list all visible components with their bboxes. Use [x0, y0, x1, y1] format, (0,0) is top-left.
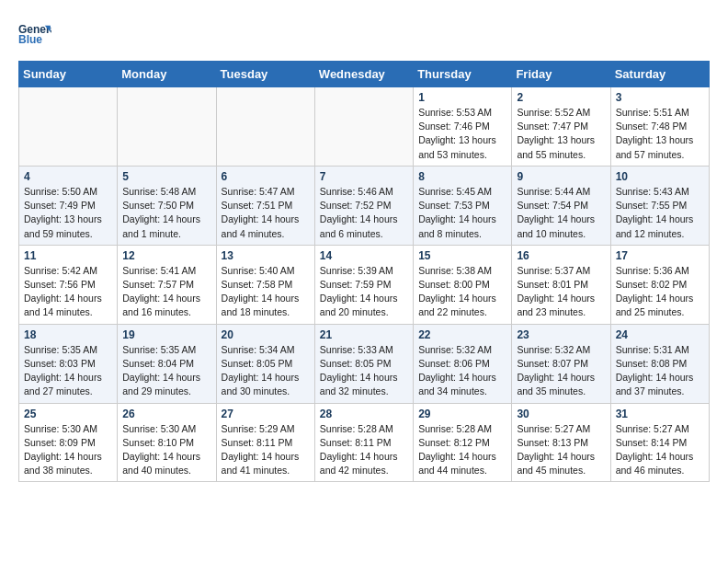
calendar-cell: 23Sunrise: 5:32 AM Sunset: 8:07 PM Dayli… — [512, 324, 610, 403]
calendar-cell: 30Sunrise: 5:27 AM Sunset: 8:13 PM Dayli… — [512, 403, 610, 482]
calendar-week-row: 1Sunrise: 5:53 AM Sunset: 7:46 PM Daylig… — [19, 87, 710, 167]
day-info: Sunrise: 5:35 AM Sunset: 8:03 PM Dayligh… — [24, 343, 112, 399]
calendar-cell: 26Sunrise: 5:30 AM Sunset: 8:10 PM Dayli… — [118, 403, 216, 482]
day-number: 20 — [222, 328, 310, 341]
day-info: Sunrise: 5:38 AM Sunset: 8:00 PM Dayligh… — [418, 264, 506, 320]
day-info: Sunrise: 5:37 AM Sunset: 8:01 PM Dayligh… — [517, 264, 605, 320]
day-info: Sunrise: 5:28 AM Sunset: 8:11 PM Dayligh… — [320, 422, 408, 478]
calendar-cell: 11Sunrise: 5:42 AM Sunset: 7:56 PM Dayli… — [19, 245, 118, 324]
calendar-week-row: 4Sunrise: 5:50 AM Sunset: 7:49 PM Daylig… — [19, 166, 710, 245]
logo: General Blue — [18, 18, 51, 52]
day-number: 7 — [320, 170, 408, 183]
calendar-cell: 9Sunrise: 5:44 AM Sunset: 7:54 PM Daylig… — [512, 166, 610, 245]
day-info: Sunrise: 5:31 AM Sunset: 8:08 PM Dayligh… — [616, 343, 704, 399]
day-info: Sunrise: 5:32 AM Sunset: 8:07 PM Dayligh… — [517, 343, 605, 399]
day-info: Sunrise: 5:44 AM Sunset: 7:54 PM Dayligh… — [517, 185, 605, 241]
day-number: 1 — [418, 91, 506, 104]
day-info: Sunrise: 5:50 AM Sunset: 7:49 PM Dayligh… — [24, 185, 112, 241]
day-info: Sunrise: 5:45 AM Sunset: 7:53 PM Dayligh… — [418, 185, 506, 241]
day-number: 11 — [24, 249, 112, 262]
svg-text:Blue: Blue — [18, 33, 42, 46]
day-info: Sunrise: 5:51 AM Sunset: 7:48 PM Dayligh… — [616, 106, 704, 162]
day-number: 14 — [320, 249, 408, 262]
calendar-week-row: 11Sunrise: 5:42 AM Sunset: 7:56 PM Dayli… — [19, 245, 710, 324]
day-number: 15 — [418, 249, 506, 262]
calendar-header-row: SundayMondayTuesdayWednesdayThursdayFrid… — [19, 62, 710, 87]
day-number: 8 — [418, 170, 506, 183]
day-number: 12 — [122, 249, 210, 262]
day-number: 30 — [517, 408, 605, 420]
calendar-cell — [118, 87, 216, 167]
day-number: 26 — [122, 408, 210, 420]
weekday-header: Monday — [118, 62, 216, 87]
day-info: Sunrise: 5:36 AM Sunset: 8:02 PM Dayligh… — [616, 264, 704, 320]
day-number: 3 — [616, 91, 704, 104]
weekday-header: Friday — [512, 62, 610, 87]
calendar-cell: 19Sunrise: 5:35 AM Sunset: 8:04 PM Dayli… — [118, 324, 216, 403]
day-info: Sunrise: 5:47 AM Sunset: 7:51 PM Dayligh… — [222, 185, 310, 241]
day-info: Sunrise: 5:41 AM Sunset: 7:57 PM Dayligh… — [122, 264, 210, 320]
calendar-cell: 20Sunrise: 5:34 AM Sunset: 8:05 PM Dayli… — [216, 324, 314, 403]
day-number: 6 — [222, 170, 310, 183]
day-info: Sunrise: 5:32 AM Sunset: 8:06 PM Dayligh… — [418, 343, 506, 399]
day-info: Sunrise: 5:42 AM Sunset: 7:56 PM Dayligh… — [24, 264, 112, 320]
calendar-cell: 22Sunrise: 5:32 AM Sunset: 8:06 PM Dayli… — [414, 324, 512, 403]
day-info: Sunrise: 5:53 AM Sunset: 7:46 PM Dayligh… — [418, 106, 506, 162]
calendar-table: SundayMondayTuesdayWednesdayThursdayFrid… — [18, 61, 710, 482]
calendar-cell: 10Sunrise: 5:43 AM Sunset: 7:55 PM Dayli… — [610, 166, 709, 245]
day-number: 10 — [616, 170, 704, 183]
weekday-header: Wednesday — [314, 62, 413, 87]
calendar-cell: 29Sunrise: 5:28 AM Sunset: 8:12 PM Dayli… — [414, 403, 512, 482]
calendar-cell: 24Sunrise: 5:31 AM Sunset: 8:08 PM Dayli… — [610, 324, 709, 403]
day-number: 17 — [616, 249, 704, 262]
calendar-cell: 31Sunrise: 5:27 AM Sunset: 8:14 PM Dayli… — [610, 403, 709, 482]
weekday-header: Thursday — [414, 62, 512, 87]
calendar-cell: 18Sunrise: 5:35 AM Sunset: 8:03 PM Dayli… — [19, 324, 118, 403]
day-number: 2 — [517, 91, 605, 104]
day-number: 19 — [122, 328, 210, 341]
day-info: Sunrise: 5:39 AM Sunset: 7:59 PM Dayligh… — [320, 264, 408, 320]
day-number: 22 — [418, 328, 506, 341]
day-number: 13 — [222, 249, 310, 262]
day-number: 9 — [517, 170, 605, 183]
calendar-cell: 5Sunrise: 5:48 AM Sunset: 7:50 PM Daylig… — [118, 166, 216, 245]
calendar-cell: 17Sunrise: 5:36 AM Sunset: 8:02 PM Dayli… — [610, 245, 709, 324]
calendar-week-row: 18Sunrise: 5:35 AM Sunset: 8:03 PM Dayli… — [19, 324, 710, 403]
day-number: 4 — [24, 170, 112, 183]
day-number: 27 — [222, 408, 310, 420]
day-number: 18 — [24, 328, 112, 341]
calendar-cell: 7Sunrise: 5:46 AM Sunset: 7:52 PM Daylig… — [314, 166, 413, 245]
weekday-header: Tuesday — [216, 62, 314, 87]
calendar-cell: 2Sunrise: 5:52 AM Sunset: 7:47 PM Daylig… — [512, 87, 610, 167]
calendar-week-row: 25Sunrise: 5:30 AM Sunset: 8:09 PM Dayli… — [19, 403, 710, 482]
day-info: Sunrise: 5:30 AM Sunset: 8:09 PM Dayligh… — [24, 422, 112, 478]
calendar-cell: 3Sunrise: 5:51 AM Sunset: 7:48 PM Daylig… — [610, 87, 709, 167]
day-number: 25 — [24, 408, 112, 420]
calendar-cell: 1Sunrise: 5:53 AM Sunset: 7:46 PM Daylig… — [414, 87, 512, 167]
day-number: 28 — [320, 408, 408, 420]
page-header: General Blue — [18, 18, 710, 52]
calendar-cell: 8Sunrise: 5:45 AM Sunset: 7:53 PM Daylig… — [414, 166, 512, 245]
calendar-cell — [216, 87, 314, 167]
weekday-header: Saturday — [610, 62, 709, 87]
day-number: 29 — [418, 408, 506, 420]
day-info: Sunrise: 5:46 AM Sunset: 7:52 PM Dayligh… — [320, 185, 408, 241]
logo-icon: General Blue — [18, 18, 51, 52]
day-info: Sunrise: 5:35 AM Sunset: 8:04 PM Dayligh… — [122, 343, 210, 399]
day-info: Sunrise: 5:30 AM Sunset: 8:10 PM Dayligh… — [122, 422, 210, 478]
day-number: 24 — [616, 328, 704, 341]
day-info: Sunrise: 5:27 AM Sunset: 8:14 PM Dayligh… — [616, 422, 704, 478]
day-info: Sunrise: 5:52 AM Sunset: 7:47 PM Dayligh… — [517, 106, 605, 162]
day-info: Sunrise: 5:43 AM Sunset: 7:55 PM Dayligh… — [616, 185, 704, 241]
calendar-cell — [19, 87, 118, 167]
day-info: Sunrise: 5:40 AM Sunset: 7:58 PM Dayligh… — [222, 264, 310, 320]
calendar-cell: 28Sunrise: 5:28 AM Sunset: 8:11 PM Dayli… — [314, 403, 413, 482]
calendar-cell — [314, 87, 413, 167]
day-number: 21 — [320, 328, 408, 341]
calendar-cell: 6Sunrise: 5:47 AM Sunset: 7:51 PM Daylig… — [216, 166, 314, 245]
calendar-cell: 27Sunrise: 5:29 AM Sunset: 8:11 PM Dayli… — [216, 403, 314, 482]
day-info: Sunrise: 5:27 AM Sunset: 8:13 PM Dayligh… — [517, 422, 605, 478]
calendar-cell: 13Sunrise: 5:40 AM Sunset: 7:58 PM Dayli… — [216, 245, 314, 324]
day-number: 5 — [122, 170, 210, 183]
calendar-cell: 15Sunrise: 5:38 AM Sunset: 8:00 PM Dayli… — [414, 245, 512, 324]
